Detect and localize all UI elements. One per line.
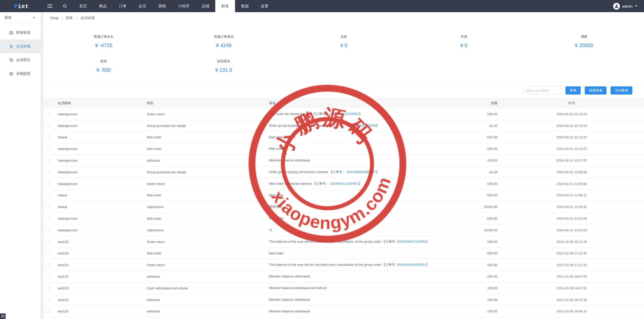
nav-item-8[interactable]: 数据 xyxy=(235,0,255,12)
cell-amount: 42.40 xyxy=(437,124,499,128)
row-checkbox[interactable] xyxy=(47,170,50,174)
table-row: asd123withdrawMember balance withdrawal-… xyxy=(44,271,644,283)
cell-nickname: asd123 xyxy=(58,298,147,302)
row-checkbox[interactable] xyxy=(47,263,50,267)
row-checkbox[interactable] xyxy=(47,298,50,302)
stat-value: ¥ -4710 xyxy=(44,43,164,48)
cell-description: 11 xyxy=(269,228,437,233)
cell-amount: 530.00 xyxy=(437,112,499,116)
cell-amount: 10000.00 xyxy=(437,228,499,232)
cell-description: The balance of the user will be refunded… xyxy=(269,239,437,245)
cell-nickname: haiwaiymcom xyxy=(58,112,147,116)
nav-item-6[interactable]: 店铺 xyxy=(196,0,215,12)
cell-time: 2023-10-08 16:47:51 xyxy=(499,286,644,290)
order-link[interactable]: 2023100817110001 xyxy=(397,240,426,243)
table-row: asd123Order returnThe balance of the use… xyxy=(44,259,644,271)
user-menu[interactable]: admin xyxy=(613,0,637,12)
table-row: haiwaiymcomOrder returnMall order tax re… xyxy=(44,178,644,190)
cell-nickname: haiwaiymcom xyxy=(58,228,147,232)
cell-time: 2024-04-01 11:54:03 xyxy=(499,228,644,232)
row-checkbox[interactable] xyxy=(47,147,50,151)
col-header-amount: 金额 xyxy=(437,101,499,105)
sidebar-item-balance-withdraw[interactable]: 余额提现 xyxy=(0,67,41,81)
row-checkbox[interactable] xyxy=(47,228,50,232)
search-input[interactable] xyxy=(523,87,561,95)
cell-time: 2023-10-08 17:31:42 xyxy=(499,251,644,255)
nav-item-9[interactable]: 设置 xyxy=(255,0,275,12)
balance-withdraw-icon xyxy=(9,72,13,76)
row-checkbox[interactable] xyxy=(47,182,50,186)
nav-item-0[interactable]: 首页 xyxy=(73,0,93,12)
row-checkbox[interactable] xyxy=(47,240,50,244)
sidebar-section-toggle[interactable]: 财务 xyxy=(0,12,41,23)
stat-card-3: 充值¥ 0 xyxy=(404,34,524,48)
order-link[interactable]: 2023100816050001 xyxy=(397,263,426,267)
sidebar-bottom-toggle[interactable] xyxy=(0,313,6,319)
avatar xyxy=(613,3,620,10)
row-checkbox[interactable] xyxy=(47,159,50,162)
cell-category: Order return xyxy=(147,240,269,244)
cell-time: 2023-10-08 22:11:26 xyxy=(499,240,644,244)
cell-description: Member balance withdrawal and refund xyxy=(269,286,437,291)
cell-time: 2024-04-01 12:07:57 xyxy=(499,159,644,162)
row-checkbox[interactable] xyxy=(47,275,50,278)
finance-status-icon xyxy=(9,31,13,35)
cell-nickname: haiwaiymcom xyxy=(58,147,147,151)
table-row: haiwaiMall orderMall order-530.002024-04… xyxy=(44,190,644,201)
cell-description: Member balance withdrawal xyxy=(269,309,437,314)
row-checkbox[interactable] xyxy=(47,286,50,290)
export-data-button[interactable]: 导出数据 xyxy=(611,86,632,95)
col-header-nickname: 会员昵称 xyxy=(58,101,147,105)
row-checkbox[interactable] xyxy=(47,135,50,139)
cell-amount: 530.00 xyxy=(437,263,499,267)
order-link[interactable]: 2024040111520001 xyxy=(330,182,359,185)
cell-nickname: asd123 xyxy=(58,263,147,267)
cell-nickname: haiwaiymcom xyxy=(58,159,147,162)
cell-amount: -100.00 xyxy=(437,298,499,302)
app-logo[interactable]: Pint xyxy=(14,3,29,9)
advanced-search-button[interactable]: 高级搜索 xyxy=(585,86,607,95)
order-link[interactable]: 2024040112100001 xyxy=(330,112,359,116)
row-checkbox[interactable] xyxy=(47,112,50,116)
nav-item-3[interactable]: 会员 xyxy=(132,0,152,12)
stat-label: 商城订单支出 xyxy=(44,34,164,39)
nav-item-4[interactable]: 营销 xyxy=(152,0,172,12)
sidebar-item-member-points[interactable]: 会员积分 xyxy=(0,53,41,67)
cell-amount: 42.40 xyxy=(437,170,499,174)
cell-category: Mall order xyxy=(147,147,269,151)
select-all-checkbox[interactable] xyxy=(47,101,50,105)
nav-item-7[interactable]: 财务 xyxy=(215,0,235,12)
cell-category: Adjustment xyxy=(147,205,269,209)
row-checkbox[interactable] xyxy=(47,251,50,255)
row-checkbox[interactable] xyxy=(47,217,50,220)
nav-item-2[interactable]: 订单 xyxy=(113,0,132,12)
cell-description: Mall order xyxy=(269,216,437,221)
sidebar-title: 财务 xyxy=(5,15,12,20)
hamburger-menu-icon[interactable] xyxy=(47,3,52,9)
search-icon[interactable] xyxy=(63,4,67,8)
row-checkbox[interactable] xyxy=(47,205,50,209)
cell-description: Order group buying commission rewards 【订… xyxy=(269,123,437,128)
cell-nickname: asd123 xyxy=(58,275,147,278)
row-checkbox[interactable] xyxy=(47,309,50,313)
order-link[interactable]: 2021060815060007 xyxy=(346,170,376,174)
cell-description: Order group buying commission rewards 【订… xyxy=(269,170,437,175)
order-link[interactable]: 2021060815060008 xyxy=(346,124,376,127)
row-checkbox[interactable] xyxy=(47,124,50,128)
cell-amount: 100.00 xyxy=(437,286,499,290)
nav-item-5[interactable]: 小程序 xyxy=(172,0,196,12)
row-checkbox[interactable] xyxy=(47,193,50,197)
breadcrumb-item-0[interactable]: Shop xyxy=(50,16,58,20)
table-row: haiwaiymcomMall orderMall order-530.0020… xyxy=(44,213,644,224)
search-button[interactable]: 搜索 xyxy=(565,86,581,95)
nav-item-1[interactable]: 商品 xyxy=(93,0,113,12)
cell-description: Mall order tax rebate balance 【订单号： 2024… xyxy=(269,181,437,186)
breadcrumb-item-1[interactable]: 财务 xyxy=(66,16,73,20)
breadcrumb: Shop>财务>会员余额 xyxy=(44,12,644,24)
cell-category: withdraw xyxy=(147,298,269,302)
logo-accent-letter: P xyxy=(14,3,18,9)
sidebar-item-member-balance[interactable]: 会员余额 xyxy=(0,40,41,53)
sidebar-item-finance-status[interactable]: 财务状况 xyxy=(0,26,41,40)
stat-value: ¥ -500 xyxy=(44,67,164,73)
table-row: haiwaiAdjustment商家调整10000.002024-04-01 1… xyxy=(44,201,644,213)
